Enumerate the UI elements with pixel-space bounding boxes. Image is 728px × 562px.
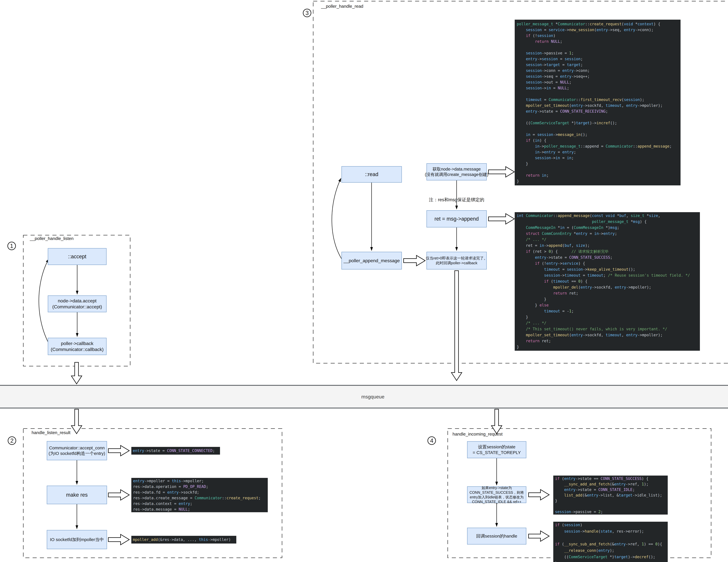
step-number-4: 4	[427, 436, 436, 445]
block-arrow-pollerappend-to-retdone	[404, 256, 425, 266]
flow-box-poller-callback: poller->callback (Communicator::callback…	[48, 338, 107, 355]
flow-box-session-handle: 回调session的handle	[467, 528, 526, 545]
block-arrow-addmpoller-to-code	[108, 534, 129, 545]
flow-box-accept-conn: Communicator::accept_conn (为IO socketfd构…	[47, 441, 107, 460]
flow-box-accept: ::accept	[48, 248, 107, 265]
flow-box-get-message: 获取node->data.message (没有就调用create_messag…	[426, 163, 487, 181]
arrow-callback-loop-to-accept	[39, 259, 49, 344]
flow-box-set-session-state: 设置session的state = CS_STATE_TOREPLY	[467, 441, 526, 458]
code-snippet-make-res: entry->mpoller = this->mpoller;res->data…	[131, 478, 268, 512]
code-block-append-message: int Communicator::append_message(const v…	[515, 212, 700, 351]
arrow-pollerappend-loop-to-read	[332, 178, 342, 260]
block-arrow-retdone-to-msgqueue	[451, 271, 462, 380]
section3-title: __poller_handle_read	[321, 4, 363, 9]
flow-box-read: ::read	[341, 166, 402, 183]
step-number-1: 1	[7, 242, 16, 250]
flow-box-ret-done: 仅当ret>0即表示这一轮请求读完了。 此时回调poller->callback	[426, 252, 487, 270]
block-arrow-idlelist-to-code	[529, 489, 549, 500]
block-arrow-handle-to-code	[529, 531, 549, 541]
block-arrow-append-to-code	[488, 214, 514, 224]
block-arrow-acceptconn-to-code	[108, 445, 129, 456]
block-arrow-msgqueue-to-section4	[491, 409, 502, 434]
flow-box-make-res: make res	[47, 486, 107, 504]
block-arrow-msgqueue-to-section2	[71, 409, 82, 434]
code-block-create-request: poller_message_t *Communicator::create_r…	[515, 20, 681, 186]
step-number-3: 3	[303, 9, 311, 17]
section4-title: handle_incoming_request	[453, 432, 503, 436]
code-snippet-conn-connected: entry->state = CONN_STATE_CONNECTED;	[131, 447, 220, 455]
flow-box-msg-append: ret = msg->append	[426, 210, 487, 228]
msgqueue-label: msgqueue	[361, 394, 385, 400]
msgqueue-bar: msgqueue	[0, 385, 728, 408]
block-arrow-section1-to-msgqueue	[71, 362, 82, 384]
code-snippet-idle-add: if (entry->state == CONN_STATE_SUCCESS) …	[553, 476, 668, 515]
section1-title: __poller_handle_listen	[30, 236, 74, 241]
binding-note: 注：res和msg保证是绑定的	[426, 197, 487, 203]
diagram-canvas: msgqueue __poller_handle_listen __poller…	[0, 0, 728, 562]
section2-title: handle_listen_result	[32, 430, 70, 435]
flow-box-idle-list: 如果entry->state为 CONN_STATE_SUCCESS，则将 en…	[467, 486, 526, 503]
step-number-2: 2	[8, 436, 16, 445]
code-snippet-mpoller-add: mpoller_add(&res->data, ..., this->mpoll…	[131, 536, 236, 544]
block-arrow-makeres-to-code	[108, 490, 129, 500]
flow-box-data-accept: node->data.accept (Communicator::accept)	[48, 295, 107, 312]
code-snippet-session-handle: if (session) session->handle(state, res-…	[553, 522, 668, 562]
flow-box-poller-append-message: __poller_append_message	[341, 252, 402, 270]
block-arrow-getmessage-to-code	[488, 167, 514, 177]
flow-box-add-mpoller: IO socketfd加到mpoller当中	[47, 530, 107, 549]
